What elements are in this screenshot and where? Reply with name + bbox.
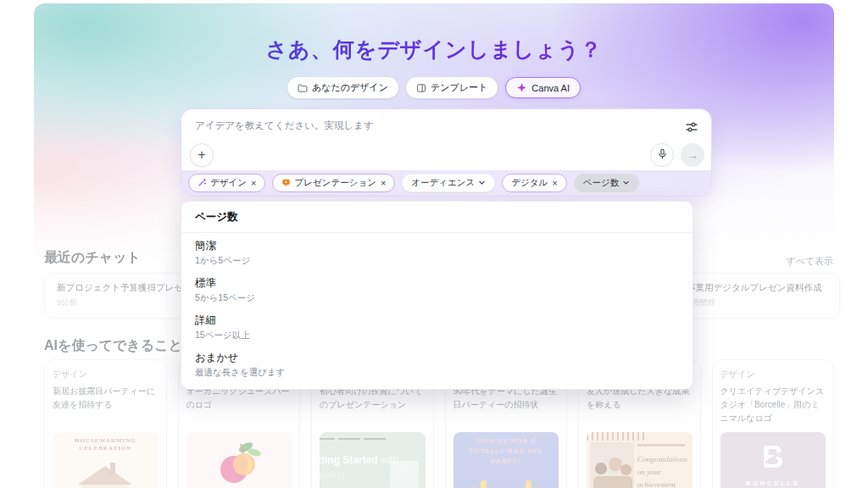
option-detailed[interactable]: 詳細 15ページ以上 <box>181 308 693 345</box>
close-icon[interactable]: × <box>552 178 557 188</box>
thumb-script-text: Congratulations <box>637 453 693 466</box>
chat-timestamp: 1時間前 <box>687 297 827 308</box>
thumb-brand-text: BORCELLE <box>721 480 826 487</box>
page-count-dropdown: ページ数 簡潔 1から5ページ 標準 5から15ページ 詳細 15ページ以上 お… <box>181 201 693 390</box>
option-standard[interactable]: 標準 5から15ページ <box>181 270 693 308</box>
boombox-illustration <box>453 472 559 488</box>
greek-border-pattern <box>587 432 644 441</box>
card-description: 友人が達成した大きな成果を称える <box>587 385 693 430</box>
prompt-input[interactable] <box>195 119 653 148</box>
show-all-link[interactable]: すべて表示 <box>786 255 833 268</box>
house-illustration <box>53 456 159 488</box>
chip-design[interactable]: デザイン × <box>188 174 265 192</box>
card-thumbnail-juice-logo: ORGANIC <box>186 432 292 488</box>
add-attachment-button[interactable]: + <box>190 143 214 167</box>
option-label: 簡潔 <box>195 239 679 253</box>
option-label: おまかせ <box>195 351 679 365</box>
close-icon[interactable]: × <box>251 178 256 188</box>
chip-label: デザイン <box>210 177 247 189</box>
thumb-script-text: on your <box>637 466 693 479</box>
thumb-text: JOIN US FOR A <box>453 436 559 446</box>
voice-input-button[interactable] <box>650 143 674 167</box>
card-description: クリエイティブデザインスタジオ「Borcelle」用のミニマルなロゴ <box>721 385 826 430</box>
canva-home-page: さあ、何をデザインしましょう？ あなたのデザイン テンプレート Canva AI <box>0 0 868 488</box>
chat-title: 事業用デジタルプレゼン資料作成 <box>687 282 827 294</box>
family-photo-hint <box>590 442 634 488</box>
send-button[interactable]: → <box>681 143 704 167</box>
recent-chats-heading: 最近のチャット <box>44 249 141 267</box>
presentation-icon <box>281 178 291 189</box>
wand-icon <box>198 178 207 189</box>
chip-label: プレゼンテーション <box>294 177 376 189</box>
thumb-text: HOUSEWARMING <box>53 437 159 445</box>
card-description: 初心者向けの投資についてのプレゼンテーション <box>320 385 426 430</box>
card-description: オーガニックジュースバーのロゴ <box>186 385 292 430</box>
chevron-down-icon <box>478 178 486 188</box>
chip-digital[interactable]: デジタル × <box>502 174 566 192</box>
plus-icon: + <box>198 147 205 163</box>
ai-prompt-card: + → <box>181 108 712 197</box>
card-thumbnail-investing: Getting Started with Investing <box>320 432 426 488</box>
ai-card-housewarming[interactable]: デザイン 新居お披露目パーティーに友達を招待する HOUSEWARMING CE… <box>44 359 167 488</box>
chip-label: デジタル <box>511 177 548 189</box>
thumb-text: Investing <box>320 469 345 481</box>
card-thumbnail-90s-party: JOIN US FOR A TOTALLY RAD 90S PARTY! <box>453 432 559 488</box>
ai-card-borcelle-logo[interactable]: デザイン クリエイティブデザインスタジオ「Borcelle」用のミニマルなロゴ … <box>712 359 835 488</box>
option-sublabel: 1から5ページ <box>195 254 679 266</box>
architecture-image-hint <box>390 461 419 488</box>
chip-audience[interactable]: オーディエンス <box>402 174 495 192</box>
card-description: 90年代をテーマにした誕生日パーティーの招待状 <box>453 385 559 430</box>
tune-icon[interactable] <box>684 119 699 135</box>
close-icon[interactable]: × <box>381 178 386 188</box>
option-sublabel: 最適な長さを選びます <box>195 366 679 378</box>
thumb-text-bold: Getting Started <box>320 454 378 466</box>
send-arrow-icon: → <box>687 148 698 162</box>
ai-section-heading: AIを使ってできること <box>44 337 182 355</box>
option-sublabel: 5から15ページ <box>195 291 679 303</box>
option-auto[interactable]: おまかせ 最適な長さを選びます <box>181 345 693 382</box>
option-sublabel: 15ページ以上 <box>195 329 679 341</box>
borcelle-monogram: B <box>762 441 784 474</box>
card-description: 新居お披露目パーティーに友達を招待する <box>53 385 159 430</box>
dropdown-title: ページ数 <box>181 202 693 233</box>
card-thumbnail-housewarming: HOUSEWARMING CELEBRATION <box>53 432 159 488</box>
microphone-icon <box>657 147 668 163</box>
option-concise[interactable]: 簡潔 1から5ページ <box>181 233 693 270</box>
chip-presentation[interactable]: プレゼンテーション × <box>272 174 395 192</box>
fruit-illustration <box>186 439 292 488</box>
thumb-script-text: achievement <box>637 479 693 488</box>
thumb-text: TOTALLY RAD 90S <box>453 446 559 457</box>
card-category: デザイン <box>721 369 826 380</box>
thumb-text: PARTY! <box>453 457 559 467</box>
card-category: デザイン <box>53 369 159 380</box>
chip-page-count[interactable]: ページ数 <box>574 174 640 192</box>
prompt-chip-strip: デザイン × プレゼンテーション × オーディエンス <box>181 170 711 196</box>
thumb-text: CELEBRATION <box>53 445 159 452</box>
option-label: 標準 <box>195 276 679 291</box>
chevron-down-icon <box>622 178 630 188</box>
card-thumbnail-borcelle: B BORCELLE <box>721 432 826 488</box>
card-thumbnail-congratulations: Congratulations on your achievement <box>587 432 693 488</box>
chip-label: オーディエンス <box>411 177 475 189</box>
option-label: 詳細 <box>195 313 679 328</box>
card-header-decoration <box>637 444 685 446</box>
chip-label: ページ数 <box>583 177 620 189</box>
slide-header-decoration <box>320 438 386 440</box>
recent-chat-item[interactable]: 事業用デジタルプレゼン資料作成 1時間前 <box>674 273 840 319</box>
